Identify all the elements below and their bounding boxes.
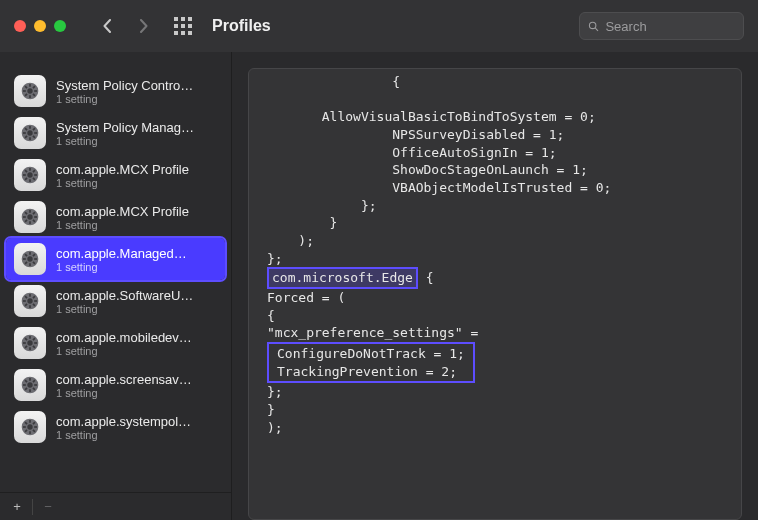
profile-list: System Policy Contro…1 settingSystem Pol… [0, 70, 231, 492]
profile-name: System Policy Manag… [56, 120, 194, 135]
profile-subtitle: 1 setting [56, 135, 194, 147]
profile-icon [14, 243, 46, 275]
svg-line-1 [595, 28, 598, 31]
profile-name: System Policy Contro… [56, 78, 193, 93]
titlebar: Profiles [0, 0, 758, 52]
highlight-edge-domain: com.microsoft.Edge [267, 267, 418, 289]
sidebar-item-6[interactable]: com.apple.mobiledev…1 setting [6, 322, 225, 364]
sidebar-item-7[interactable]: com.apple.screensav…1 setting [6, 364, 225, 406]
search-icon [588, 20, 599, 33]
profile-name: com.apple.mobiledev… [56, 330, 192, 345]
profile-name: com.apple.Managed… [56, 246, 187, 261]
sidebar-footer: + − [0, 492, 231, 520]
profile-subtitle: 1 setting [56, 219, 189, 231]
grid-icon[interactable] [174, 17, 192, 35]
profile-subtitle: 1 setting [56, 387, 192, 399]
page-title: Profiles [212, 17, 271, 35]
detail-pane: { AllowVisualBasicToBindToSystem = 0; NP… [232, 52, 758, 520]
sidebar-item-3[interactable]: com.apple.MCX Profile1 setting [6, 196, 225, 238]
profile-subtitle: 1 setting [56, 93, 193, 105]
svg-point-13 [27, 130, 32, 135]
search-input[interactable] [605, 19, 735, 34]
profile-name: com.apple.SoftwareU… [56, 288, 193, 303]
svg-point-3 [27, 88, 32, 93]
profile-icon [14, 369, 46, 401]
back-button[interactable] [94, 11, 120, 41]
divider [32, 499, 33, 515]
profile-name: com.apple.systempol… [56, 414, 191, 429]
search-field[interactable] [579, 12, 744, 40]
add-button[interactable]: + [6, 496, 28, 518]
close-window-button[interactable] [14, 20, 26, 32]
profile-name: com.apple.MCX Profile [56, 204, 189, 219]
profile-name: com.apple.MCX Profile [56, 162, 189, 177]
profile-icon [14, 411, 46, 443]
remove-button[interactable]: − [37, 496, 59, 518]
profile-icon [14, 117, 46, 149]
forward-button[interactable] [130, 11, 156, 41]
plist-preamble: { AllowVisualBasicToBindToSystem = 0; NP… [267, 73, 731, 267]
window-controls [14, 20, 66, 32]
profile-subtitle: 1 setting [56, 303, 193, 315]
zoom-window-button[interactable] [54, 20, 66, 32]
profile-subtitle: 1 setting [56, 261, 187, 273]
svg-point-53 [27, 298, 32, 303]
profile-icon [14, 285, 46, 317]
profile-subtitle: 1 setting [56, 177, 189, 189]
svg-point-33 [27, 214, 32, 219]
highlight-tracking-settings: ConfigureDoNotTrack = 1;TrackingPreventi… [267, 342, 475, 383]
minimize-window-button[interactable] [34, 20, 46, 32]
sidebar-item-4[interactable]: com.apple.Managed…1 setting [6, 238, 225, 280]
svg-point-63 [27, 340, 32, 345]
profile-plist-view[interactable]: { AllowVisualBasicToBindToSystem = 0; NP… [248, 68, 742, 520]
profile-icon [14, 75, 46, 107]
profile-subtitle: 1 setting [56, 429, 191, 441]
svg-point-23 [27, 172, 32, 177]
profile-icon [14, 201, 46, 233]
sidebar-item-1[interactable]: System Policy Manag…1 setting [6, 112, 225, 154]
sidebar-item-8[interactable]: com.apple.systempol…1 setting [6, 406, 225, 448]
profile-subtitle: 1 setting [56, 345, 192, 357]
svg-point-0 [589, 22, 595, 28]
profile-icon [14, 327, 46, 359]
svg-point-73 [27, 382, 32, 387]
sidebar: System Policy Contro…1 settingSystem Pol… [0, 52, 232, 520]
profile-icon [14, 159, 46, 191]
svg-point-83 [27, 424, 32, 429]
sidebar-item-0[interactable]: System Policy Contro…1 setting [6, 70, 225, 112]
svg-point-43 [27, 256, 32, 261]
sidebar-item-5[interactable]: com.apple.SoftwareU…1 setting [6, 280, 225, 322]
sidebar-item-2[interactable]: com.apple.MCX Profile1 setting [6, 154, 225, 196]
profile-name: com.apple.screensav… [56, 372, 192, 387]
